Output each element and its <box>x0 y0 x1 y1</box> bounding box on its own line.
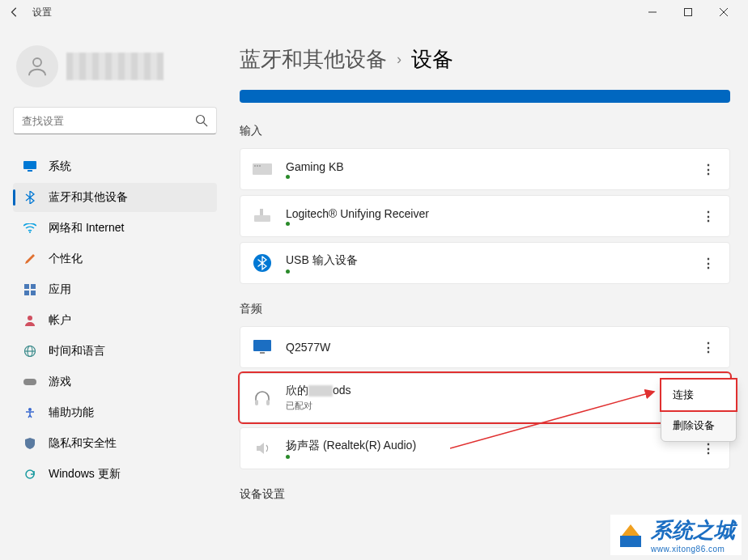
breadcrumb-parent[interactable]: 蓝牙和其他设备 <box>240 45 387 74</box>
svg-point-14 <box>28 316 32 320</box>
nav-label: 辅助功能 <box>49 405 94 420</box>
add-device-button[interactable] <box>240 90 730 103</box>
svg-rect-23 <box>259 165 261 167</box>
svg-rect-7 <box>23 161 36 169</box>
svg-rect-21 <box>254 165 256 167</box>
nav-label: 系统 <box>49 159 71 174</box>
nav-label: 游戏 <box>49 375 71 389</box>
svg-rect-32 <box>620 536 641 547</box>
svg-rect-13 <box>31 291 36 295</box>
status-dot <box>286 455 290 459</box>
nav-windows-update[interactable]: Windows 更新 <box>13 460 217 489</box>
section-audio-title: 音频 <box>240 302 730 316</box>
speaker-icon <box>252 438 273 459</box>
more-button[interactable]: ⋮ <box>699 206 718 226</box>
minimize-button[interactable] <box>635 1 670 23</box>
accessibility-icon <box>23 405 37 420</box>
device-name: 扬声器 (Realtek(R) Audio) <box>286 439 686 453</box>
device-name: Q2577W <box>286 341 686 354</box>
nav-label: 蓝牙和其他设备 <box>49 190 128 205</box>
maximize-icon <box>684 8 692 16</box>
context-menu: 连接 删除设备 <box>661 379 737 442</box>
search-box[interactable] <box>13 107 217 134</box>
device-row[interactable]: USB 输入设备 ⋮ <box>240 242 730 284</box>
search-input[interactable] <box>22 115 195 127</box>
update-icon <box>23 467 37 482</box>
svg-rect-10 <box>24 284 29 289</box>
nav-label: 隐私和安全性 <box>49 436 117 451</box>
svg-rect-12 <box>24 291 29 295</box>
watermark-text: 系统之城 <box>651 518 735 542</box>
nav-accounts[interactable]: 帐户 <box>13 306 217 335</box>
watermark: 系统之城 www.xitong86.com <box>610 515 742 555</box>
nav-time-language[interactable]: 时间和语言 <box>13 337 217 366</box>
svg-rect-18 <box>23 379 36 385</box>
content-area: 蓝牙和其他设备 › 设备 输入 Gaming KB ⋮ Logitech® Un… <box>223 24 748 560</box>
more-button[interactable]: ⋮ <box>699 159 718 179</box>
svg-rect-1 <box>685 9 692 16</box>
device-name: Gaming KB <box>286 160 686 173</box>
nav-list: 系统 蓝牙和其他设备 网络和 Internet 个性化 应用 帐户 时间和语言 … <box>13 152 217 489</box>
back-button[interactable] <box>6 4 23 20</box>
minimize-icon <box>648 8 657 16</box>
device-row[interactable]: 扬声器 (Realtek(R) Audio) ⋮ <box>240 427 730 469</box>
menu-connect[interactable]: 连接 <box>661 380 736 410</box>
nav-privacy[interactable]: 隐私和安全性 <box>13 429 217 458</box>
wifi-icon <box>23 221 37 235</box>
nav-gaming[interactable]: 游戏 <box>13 367 217 397</box>
bluetooth-icon <box>23 190 37 205</box>
nav-label: 个性化 <box>49 252 83 266</box>
sidebar: 系统 蓝牙和其他设备 网络和 Internet 个性化 应用 帐户 时间和语言 … <box>0 24 223 560</box>
device-substatus: 已配对 <box>286 400 686 412</box>
bluetooth-circle-icon <box>252 252 273 274</box>
nav-personalization[interactable]: 个性化 <box>13 244 217 274</box>
more-button[interactable]: ⋮ <box>699 253 718 273</box>
more-button[interactable]: ⋮ <box>699 337 718 357</box>
section-input-title: 输入 <box>240 124 730 138</box>
maximize-button[interactable] <box>670 1 706 23</box>
device-row[interactable]: Gaming KB ⋮ <box>240 148 730 190</box>
svg-point-19 <box>28 408 32 411</box>
device-row-highlighted[interactable]: 欣的ods 已配对 ⋮ <box>240 373 730 422</box>
nav-label: 帐户 <box>49 313 71 328</box>
chevron-right-icon: › <box>397 51 402 68</box>
keyboard-icon <box>252 159 273 180</box>
svg-point-5 <box>197 116 205 124</box>
device-name: 欣的ods <box>286 384 686 398</box>
gamepad-icon <box>23 375 37 389</box>
svg-rect-22 <box>257 165 258 167</box>
user-name-blurred <box>66 53 164 80</box>
nav-label: 网络和 Internet <box>49 221 124 235</box>
menu-remove-device[interactable]: 删除设备 <box>661 410 736 441</box>
user-area[interactable] <box>13 31 217 107</box>
nav-label: 时间和语言 <box>49 344 105 358</box>
breadcrumb-current: 设备 <box>411 45 453 74</box>
close-button[interactable] <box>706 1 742 23</box>
arrow-left-icon <box>9 6 20 18</box>
watermark-logo-icon <box>617 521 644 549</box>
watermark-url: www.xitong86.com <box>651 545 735 554</box>
nav-bluetooth[interactable]: 蓝牙和其他设备 <box>13 183 217 212</box>
headphones-icon <box>252 388 273 409</box>
device-row[interactable]: Q2577W ⋮ <box>240 326 730 368</box>
svg-point-4 <box>33 58 41 66</box>
nav-apps[interactable]: 应用 <box>13 275 217 304</box>
nav-label: 应用 <box>49 282 71 297</box>
device-row[interactable]: Logitech® Unifying Receiver ⋮ <box>240 195 730 237</box>
person-icon <box>23 313 37 328</box>
receiver-icon <box>252 206 273 227</box>
section-devicesettings-title: 设备设置 <box>240 487 730 502</box>
svg-rect-11 <box>31 284 36 289</box>
nav-system[interactable]: 系统 <box>13 152 217 181</box>
display-icon <box>252 337 273 358</box>
globe-icon <box>23 344 37 358</box>
device-name: USB 输入设备 <box>286 253 686 268</box>
avatar <box>16 45 58 87</box>
svg-rect-8 <box>28 170 32 172</box>
status-dot <box>286 175 290 179</box>
nav-network[interactable]: 网络和 Internet <box>13 214 217 243</box>
svg-rect-25 <box>260 209 263 215</box>
nav-accessibility[interactable]: 辅助功能 <box>13 398 217 427</box>
search-icon <box>195 114 208 127</box>
status-dot <box>286 222 290 226</box>
